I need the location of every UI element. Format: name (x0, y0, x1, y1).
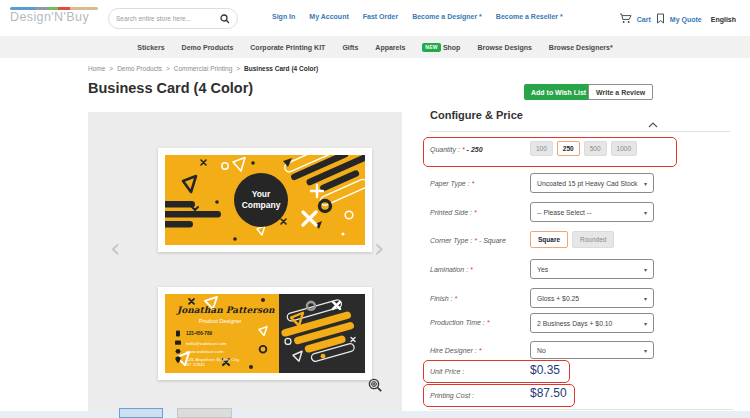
quantity-options: 100 250 500 1000 (530, 141, 637, 156)
collapse-chevron-icon[interactable] (648, 114, 658, 132)
thumbnail-selected[interactable] (119, 408, 163, 418)
page-title: Business Card (4 Color) (88, 80, 253, 96)
chevron-down-icon: ▾ (644, 266, 647, 273)
thumbnail-strip (0, 411, 750, 418)
chevron-down-icon: ▾ (644, 180, 647, 187)
card-front-company-line1: Your (252, 189, 271, 199)
mail-icon (175, 340, 181, 344)
gallery-next-arrow-icon[interactable]: › (374, 238, 384, 258)
chevron-down-icon: ▾ (644, 295, 647, 302)
quantity-option-100[interactable]: 100 (530, 141, 553, 156)
corner-option-square[interactable]: Square (530, 231, 568, 248)
chevron-down-icon: ▾ (644, 320, 647, 327)
corner-type-label: Corner Type : * - Square (430, 237, 506, 244)
zoom-in-icon[interactable] (368, 378, 383, 397)
card-back-phone: 123-456-789 (186, 332, 213, 337)
nav-corporate-printing-kit[interactable]: Corporate Printing KIT (250, 44, 325, 51)
printed-side-select[interactable]: -- Please Select --▾ (530, 202, 654, 222)
printing-cost-label: Printing Cost : (430, 392, 474, 399)
fast-order-link[interactable]: Fast Order (363, 13, 398, 20)
card-front-art: Your Company (165, 155, 365, 245)
nav-stickers[interactable]: Stickers (137, 44, 164, 51)
unit-price-value: $0.35 (530, 363, 560, 377)
card-back-name: Jonathan Patterson (175, 305, 275, 315)
breadcrumb-separator: > (236, 65, 240, 72)
hire-designer-label: Hire Designer : * (430, 347, 481, 354)
product-image-back[interactable]: Jonathan Patterson Product Designer 123-… (158, 287, 372, 380)
logo-text: Design'N'Buy (10, 10, 98, 25)
finish-select[interactable]: Gloss + $0.25▾ (530, 288, 654, 308)
gallery-prev-arrow-icon[interactable]: ‹ (110, 238, 120, 258)
nav-demo-products[interactable]: Demo Products (182, 44, 234, 51)
corner-option-rounded[interactable]: Rounded (572, 231, 614, 248)
printing-cost-value: $87.50 (530, 386, 567, 400)
paper-type-select[interactable]: Uncoated 15 pt Heavy Cad Stock▾ (530, 173, 654, 193)
breadcrumb-separator: > (166, 65, 170, 72)
add-to-wishlist-button[interactable]: Add to Wish List (524, 84, 593, 100)
phone-icon (176, 331, 180, 337)
search-icon[interactable] (220, 10, 230, 28)
paper-type-label: Paper Type : * (430, 180, 474, 187)
write-review-button[interactable]: Write a Review (588, 84, 653, 100)
quantity-option-500[interactable]: 500 (584, 141, 607, 156)
card-back-website: www.wakitauri.com (186, 349, 224, 354)
divider (430, 409, 733, 410)
lamination-select[interactable]: Yes▾ (530, 259, 654, 279)
chevron-down-icon: ▾ (644, 347, 647, 354)
unit-price-label: Unit Price : (430, 368, 464, 375)
card-back-art: Jonathan Patterson Product Designer 123-… (165, 294, 365, 373)
chevron-down-icon: ▾ (644, 209, 647, 216)
bookmark-icon[interactable] (656, 10, 665, 28)
quantity-label: Quantity : * - 250 (430, 146, 483, 153)
breadcrumb-separator: > (109, 65, 113, 72)
production-time-select[interactable]: 2 Business Days + $0.10▾ (530, 313, 654, 333)
nav-browse-designers[interactable]: Browse Designers* (549, 44, 613, 51)
breadcrumb: Home > Demo Products > Commercial Printi… (88, 65, 318, 72)
quantity-option-250[interactable]: 250 (557, 141, 580, 156)
product-gallery: Your Company (88, 112, 402, 412)
quantity-option-1000[interactable]: 1000 (611, 141, 637, 156)
finish-label: Finish : * (430, 295, 457, 302)
breadcrumb-current: Business Card (4 Color) (244, 65, 318, 72)
nav-gifts[interactable]: Gifts (342, 44, 358, 51)
become-reseller-link[interactable]: Become a Reseller * (496, 13, 563, 20)
nav-browse-designs[interactable]: Browse Designs (477, 44, 531, 51)
production-time-label: Production Time : * (430, 319, 489, 326)
header: Design'N'Buy Sign In My Account Fast Ord… (0, 0, 750, 36)
new-badge: NEW (422, 43, 441, 52)
sign-in-link[interactable]: Sign In (272, 13, 295, 20)
language-selector[interactable]: English (711, 16, 736, 23)
cart-link[interactable]: Cart (637, 16, 651, 23)
breadcrumb-demo-products[interactable]: Demo Products (117, 65, 162, 72)
nav-apparels[interactable]: Apparels (375, 44, 405, 51)
thumbnail[interactable] (177, 408, 232, 418)
main-nav: Stickers Demo Products Corporate Printin… (0, 36, 750, 58)
search-bar[interactable] (108, 8, 238, 29)
card-back-address2: ST 12345 (186, 362, 206, 367)
globe-icon (176, 349, 181, 354)
card-back-role: Product Designer (199, 318, 242, 324)
card-back-address1: 123, Anywhere St, Any City, (186, 357, 240, 362)
corner-type-options: Square Rounded (530, 231, 614, 248)
product-page: Design'N'Buy Sign In My Account Fast Ord… (0, 0, 750, 418)
configure-price-heading: Configure & Price (430, 109, 523, 121)
breadcrumb-home[interactable]: Home (88, 65, 105, 72)
store-logo[interactable]: Design'N'Buy (10, 7, 98, 25)
nav-shop[interactable]: NEW Shop (422, 43, 460, 52)
header-links: Sign In My Account Fast Order Become a D… (272, 13, 563, 20)
header-right: Cart My Quote English (619, 10, 736, 28)
my-quote-link[interactable]: My Quote (670, 16, 702, 23)
hire-designer-select[interactable]: No▾ (530, 341, 654, 359)
divider (430, 131, 730, 132)
cart-icon[interactable] (619, 10, 632, 28)
card-back-email: hello@wakitauri.com (186, 341, 227, 346)
printed-side-label: Printed Side : * (430, 209, 477, 216)
product-image-front[interactable]: Your Company (158, 148, 372, 252)
breadcrumb-commercial-printing[interactable]: Commercial Printing (174, 65, 233, 72)
my-account-link[interactable]: My Account (309, 13, 348, 20)
lamination-label: Lamination : * (430, 266, 473, 273)
become-designer-link[interactable]: Become a Designer * (412, 13, 482, 20)
search-input[interactable] (116, 15, 220, 22)
card-front-company-line2: Company (242, 200, 281, 210)
